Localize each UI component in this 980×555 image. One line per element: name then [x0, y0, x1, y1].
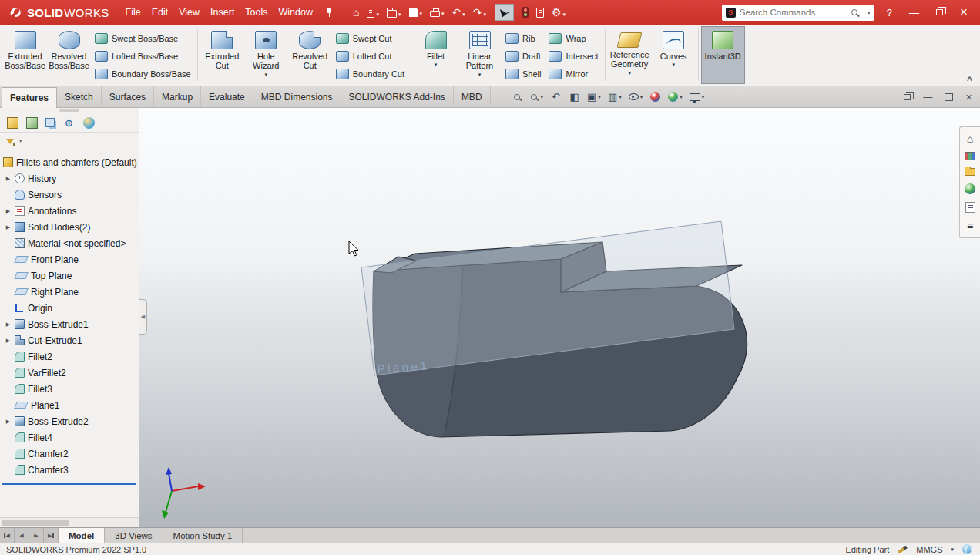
menu-view[interactable]: View — [173, 5, 205, 19]
zoom-to-area-button[interactable]: ▾ — [529, 89, 545, 106]
tree-item-right-plane[interactable]: Right Plane — [0, 284, 139, 300]
tree-item-history[interactable]: ▶History — [0, 170, 139, 187]
property-manager-tab-icon[interactable] — [26, 117, 38, 129]
graphics-viewport[interactable]: Plane1 ◀ ⌂ — [139, 108, 980, 527]
search-input[interactable] — [740, 8, 847, 17]
draft-button[interactable]: Draft — [502, 49, 545, 64]
swept-boss-base-button[interactable]: Swept Boss/Base — [91, 31, 195, 46]
menu-edit[interactable]: Edit — [146, 5, 174, 19]
custom-properties-icon[interactable] — [965, 202, 975, 213]
options-button[interactable]: ⚙▾ — [549, 5, 568, 19]
scrollbar-thumb[interactable] — [2, 520, 69, 526]
tree-item-material[interactable]: Material <not specified> — [0, 235, 139, 251]
view-orientation-button[interactable]: ▣▾ — [586, 89, 602, 106]
menu-insert[interactable]: Insert — [205, 5, 240, 19]
fillet-button[interactable]: Fillet ▾ — [414, 26, 458, 84]
lofted-boss-base-button[interactable]: Lofted Boss/Base — [91, 49, 195, 64]
tree-item-fillet4[interactable]: Fillet4 — [0, 429, 139, 446]
tab-features[interactable]: Features — [2, 87, 57, 109]
boundary-boss-base-button[interactable]: Boundary Boss/Base — [91, 66, 195, 82]
curves-button[interactable]: Curves ▾ — [652, 26, 696, 84]
tree-item-front-plane[interactable]: Front Plane — [0, 251, 139, 267]
save-button[interactable]: ▾ — [407, 6, 425, 18]
search-icon[interactable] — [851, 9, 858, 15]
help-button[interactable]: ? — [887, 8, 892, 18]
forum-list-icon[interactable]: ≡ — [967, 220, 973, 231]
dimxpert-manager-tab-icon[interactable] — [83, 117, 95, 129]
restore-button[interactable] — [936, 9, 943, 15]
tree-item-varfillet2[interactable]: VarFillet2 — [0, 365, 139, 381]
tree-item-chamfer3[interactable]: Chamfer3 — [0, 462, 139, 478]
search-box[interactable]: S ▾ — [722, 5, 874, 21]
expand-arrow-icon[interactable]: ▶ — [5, 338, 12, 344]
expand-arrow-icon[interactable]: ▶ — [5, 321, 12, 328]
print-button[interactable]: ▾ — [428, 6, 447, 18]
hole-wizard-button[interactable]: Hole Wizard ▾ — [244, 26, 288, 84]
unit-system-label[interactable]: MMGS — [916, 545, 942, 554]
select-tool-button[interactable]: ▾ — [495, 4, 514, 21]
zoom-fit-button[interactable] — [511, 89, 525, 106]
mirror-button[interactable]: Mirror — [545, 66, 602, 82]
menu-window[interactable]: Window — [274, 5, 318, 19]
search-scope-caret-icon[interactable]: ▾ — [864, 9, 871, 16]
pin-menu-icon[interactable] — [325, 8, 333, 18]
solidworks-resources-icon[interactable]: ⌂ — [967, 133, 973, 144]
tab-model[interactable]: Model — [59, 528, 105, 543]
revolved-cut-button[interactable]: Revolved Cut — [288, 26, 332, 84]
lofted-cut-button[interactable]: Lofted Cut — [332, 49, 408, 64]
rollback-bar[interactable] — [2, 483, 136, 485]
tree-item-fillet2[interactable]: Fillet2 — [0, 348, 139, 365]
linear-pattern-button[interactable]: Linear Pattern ▾ — [458, 26, 502, 84]
previous-tab-button[interactable]: ◀ — [15, 528, 29, 543]
minimize-document-button[interactable]: — — [923, 92, 932, 103]
tree-item-boss-extrude1[interactable]: ▶Boss-Extrude1 — [0, 316, 139, 332]
globe-icon[interactable] — [962, 544, 972, 554]
minimize-button[interactable]: — — [909, 8, 919, 18]
extruded-boss-base-button[interactable]: Extruded Boss/Base — [3, 26, 47, 84]
expand-arrow-icon[interactable]: ▶ — [5, 419, 12, 425]
close-document-button[interactable]: × — [965, 90, 972, 103]
tree-item-annotations[interactable]: ▶Annotations — [0, 203, 139, 219]
menu-tools[interactable]: Tools — [240, 5, 273, 19]
apply-scene-button[interactable]: ▾ — [666, 89, 684, 106]
instant3d-button[interactable]: Instant3D — [701, 26, 745, 84]
tree-item-fillet3[interactable]: Fillet3 — [0, 381, 139, 397]
expand-arrow-icon[interactable]: ▶ — [5, 224, 12, 230]
tree-item-boss-extrude2[interactable]: ▶Boss-Extrude2 — [0, 413, 139, 429]
next-tab-button[interactable]: ▶ — [29, 528, 44, 543]
tree-root[interactable]: Fillets and chamfers (Default) — [0, 154, 139, 170]
intersect-button[interactable]: Intersect — [545, 49, 602, 64]
wrap-button[interactable]: Wrap — [545, 31, 602, 46]
hide-show-items-button[interactable]: ▾ — [627, 89, 645, 106]
tab-markup[interactable]: Markup — [154, 86, 201, 107]
tree-horizontal-scrollbar[interactable] — [0, 517, 139, 527]
tree-item-top-plane[interactable]: Top Plane — [0, 267, 139, 284]
panel-splitter[interactable] — [0, 108, 139, 113]
section-view-button[interactable]: ◧ — [567, 89, 582, 106]
tab-solidworks-add-ins[interactable]: SOLIDWORKS Add-Ins — [341, 86, 454, 107]
filter-caret-icon[interactable]: ▾ — [19, 138, 22, 144]
reference-geometry-button[interactable]: Reference Geometry ▾ — [608, 26, 652, 84]
tree-item-chamfer2[interactable]: Chamfer2 — [0, 446, 139, 462]
panel-collapse-handle[interactable]: ◀ — [139, 299, 147, 335]
swept-cut-button[interactable]: Swept Cut — [332, 31, 408, 46]
tab-evaluate[interactable]: Evaluate — [201, 86, 253, 107]
tree-item-sensors[interactable]: Sensors — [0, 187, 139, 203]
tab-surfaces[interactable]: Surfaces — [102, 86, 154, 107]
appearances-icon[interactable] — [965, 183, 975, 194]
shell-button[interactable]: Shell — [502, 66, 545, 82]
rebuild-button[interactable] — [520, 5, 531, 19]
open-button[interactable]: ▾ — [384, 6, 404, 19]
first-tab-button[interactable]: ◀ — [0, 528, 15, 543]
edit-appearance-button[interactable] — [648, 89, 663, 106]
tab-mbd[interactable]: MBD — [454, 86, 491, 107]
expand-arrow-icon[interactable]: ▶ — [5, 176, 12, 182]
tab-mbd-dimensions[interactable]: MBD Dimensions — [253, 86, 341, 107]
boundary-cut-button[interactable]: Boundary Cut — [332, 66, 408, 82]
tree-item-cut-extrude1[interactable]: ▶Cut-Extrude1 — [0, 332, 139, 348]
new-document-button[interactable]: ▾ — [364, 6, 381, 19]
file-explorer-icon[interactable] — [965, 168, 975, 176]
file-properties-button[interactable] — [534, 6, 546, 19]
maximize-document-button[interactable] — [945, 93, 953, 101]
tab-sketch[interactable]: Sketch — [57, 86, 102, 107]
